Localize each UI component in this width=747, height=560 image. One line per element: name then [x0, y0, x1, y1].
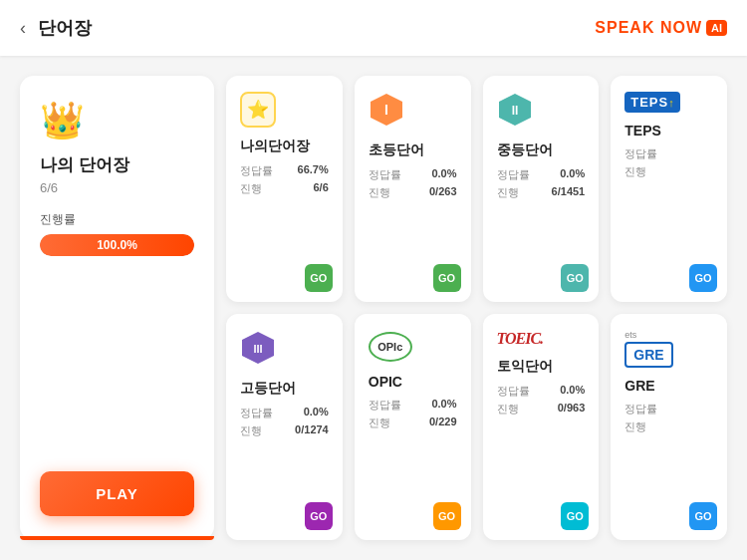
card-toeic: TOEIC. 토익단어 정답률 0.0% 진행 0/963 GO [483, 314, 600, 540]
stat-progress-4: 진행 0/1274 [240, 423, 329, 438]
card-name-opic: OPIC [369, 374, 457, 390]
card-teps: TEPS ↑ TEPS 정답률 진행 GO [611, 76, 727, 302]
progress-label: 진행률 [40, 211, 194, 228]
elementary-icon: I [369, 92, 457, 132]
card-high: III 고등단어 정답률 0.0% 진행 0/1274 GO [226, 314, 343, 540]
card-my-vocab: ⭐ 나의단어장 정답률 66.7% 진행 6/6 GO [226, 76, 343, 302]
stat-progress-5: 진행 0/229 [369, 416, 457, 430]
stat-accuracy-0: 정답률 66.7% [240, 163, 329, 178]
svg-text:III: III [253, 343, 262, 355]
go-button-4[interactable]: GO [305, 502, 333, 530]
crown-icon: 👑 [40, 100, 194, 141]
card-gre: ets GRE GRE 정답률 진행 GO [611, 314, 727, 540]
back-button[interactable]: ‹ [20, 18, 26, 39]
stat-accuracy-4: 정답률 0.0% [240, 406, 329, 420]
stat-accuracy-1: 정답률 0.0% [369, 167, 457, 182]
ai-badge: AI [706, 20, 727, 36]
speak-now-text: SPEAK NOW [595, 19, 702, 37]
card-name-high: 고등단어 [240, 380, 329, 398]
svg-text:II: II [511, 104, 518, 118]
card-name-toeic: 토익단어 [497, 358, 586, 376]
card-name-teps: TEPS [624, 123, 713, 139]
my-vocab-title: 나의 단어장 [40, 153, 194, 176]
go-button-5[interactable]: GO [433, 502, 461, 530]
play-button[interactable]: PLAY [40, 471, 194, 516]
stat-progress-6: 진행 0/963 [497, 402, 586, 417]
card-opic: OPIc OPIC 정답률 0.0% 진행 0/229 GO [355, 314, 471, 540]
opic-icon: OPIc [369, 330, 457, 364]
go-button-6[interactable]: GO [561, 502, 589, 530]
my-vocab-count: 6/6 [40, 180, 194, 195]
toeic-icon: TOEIC. [497, 330, 586, 348]
my-vocab-main-card: 👑 나의 단어장 6/6 진행률 100.0% PLAY [20, 76, 214, 540]
card-middle: II 중등단어 정답률 0.0% 진행 6/1451 GO [483, 76, 600, 302]
card-name-middle: 중등단어 [497, 141, 586, 159]
brand-logo: SPEAK NOW AI [595, 19, 727, 37]
progress-bar: 100.0% [40, 234, 194, 256]
stat-accuracy-7: 정답률 [624, 402, 713, 417]
orange-line [20, 536, 214, 540]
progress-text: 100.0% [97, 238, 137, 252]
go-button-0[interactable]: GO [305, 264, 333, 292]
go-button-2[interactable]: GO [561, 264, 589, 292]
my-vocab-icon: ⭐ [240, 92, 276, 128]
stat-accuracy-2: 정답률 0.0% [497, 167, 586, 182]
stat-progress-0: 진행 6/6 [240, 181, 329, 196]
stat-progress-7: 진행 [624, 420, 713, 434]
stat-progress-2: 진행 6/1451 [497, 185, 586, 200]
card-name-elementary: 초등단어 [369, 141, 457, 159]
card-name-gre: GRE [624, 378, 713, 394]
card-elementary: I 초등단어 정답률 0.0% 진행 0/263 GO [355, 76, 471, 302]
go-button-1[interactable]: GO [433, 264, 461, 292]
stat-progress-3: 진행 [624, 164, 713, 179]
stat-progress-1: 진행 0/263 [369, 185, 457, 200]
progress-bar-fill: 100.0% [40, 234, 194, 256]
svg-text:I: I [384, 102, 388, 118]
go-button-3[interactable]: GO [689, 264, 717, 292]
go-button-7[interactable]: GO [689, 502, 717, 530]
page-title: 단어장 [38, 16, 92, 40]
card-name-my-vocab: 나의단어장 [240, 138, 329, 155]
middle-icon: II [497, 92, 586, 132]
stat-accuracy-5: 정답률 0.0% [369, 398, 457, 413]
high-icon: III [240, 330, 329, 370]
main-content: 👑 나의 단어장 6/6 진행률 100.0% PLAY ⭐ 나의단어장 정답률… [0, 56, 747, 560]
header: ‹ 단어장 SPEAK NOW AI [0, 0, 747, 56]
teps-icon: TEPS ↑ [624, 92, 713, 113]
vocab-grid: ⭐ 나의단어장 정답률 66.7% 진행 6/6 GO I 초등단어 [226, 76, 727, 540]
stat-accuracy-6: 정답률 0.0% [497, 384, 586, 399]
gre-icon: ets GRE [624, 330, 713, 368]
stat-accuracy-3: 정답률 [624, 146, 713, 161]
